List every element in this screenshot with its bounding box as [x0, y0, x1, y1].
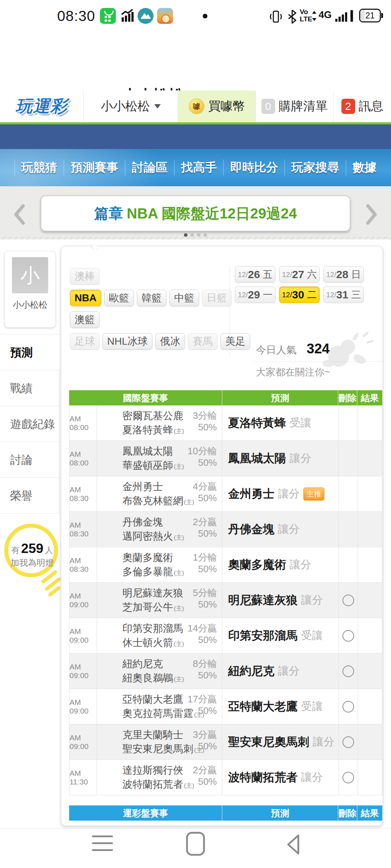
date-button-27[interactable]: 12/27六 — [279, 266, 320, 283]
prediction-cell: 聖安東尼奧馬刺讓分 — [222, 724, 339, 760]
game-odds: 5分輸50% — [193, 587, 217, 610]
delete-button[interactable] — [342, 772, 354, 783]
host-suffix: (主) — [174, 463, 184, 470]
sidebar-item-1[interactable]: 戰績 — [0, 370, 59, 406]
android-back-button[interactable] — [285, 833, 302, 856]
game-time: AM 08:30 — [70, 512, 97, 547]
game-row-8: AM 09:00亞特蘭大老鷹奧克拉荷馬雷霆(主)17分贏50%亞特蘭大老鷹受讓 — [70, 689, 382, 724]
lamp-widget[interactable]: 有259人 加我為明燈 — [2, 524, 66, 603]
pick-type: 讓分 — [313, 735, 335, 749]
result-cell — [358, 689, 382, 724]
delete-cell — [339, 441, 358, 476]
nav-item-6[interactable]: 數據 — [346, 159, 383, 176]
pick-type: 受讓 — [290, 416, 311, 430]
game-row-9: AM 09:00克里夫蘭騎士聖安東尼奧馬刺(主)3分贏50%聖安東尼奧馬刺讓分 — [70, 724, 382, 760]
message-count-badge: 2 — [341, 99, 355, 114]
delete-button[interactable] — [342, 701, 354, 712]
win-rate: 50% — [193, 421, 217, 433]
site-header: 玩運彩 小小松松 噱 買噱幣 0 購牌清單 2 訊息 — [0, 90, 391, 122]
sport-tab-澳籃[interactable]: 澳籃 — [70, 311, 100, 328]
date-weekday: 五 — [263, 268, 273, 281]
nav-item-3[interactable]: 找高手 — [174, 159, 223, 176]
sport-tab-俄冰[interactable]: 俄冰 — [155, 333, 185, 350]
sport-tab-歐籃[interactable]: 歐籃 — [104, 290, 134, 306]
nav-item-1[interactable]: 預測賽事 — [64, 159, 125, 176]
lamp-caption: 加我為明燈 — [2, 557, 62, 569]
lottery-header-delete: 刪除 — [338, 805, 357, 821]
date-day: 27 — [292, 268, 304, 281]
lottery-table-header: 運彩盤賽事 預測 刪除 結果 — [69, 805, 382, 821]
sidebar-item-0[interactable]: 預測 — [0, 335, 59, 370]
sport-tab-韓籃[interactable]: 韓籃 — [137, 290, 167, 306]
nav-item-5[interactable]: 玩家搜尋 — [285, 159, 346, 176]
volte-icon: VoLTE — [300, 8, 312, 23]
cart-button[interactable]: 0 購牌清單 — [256, 90, 333, 122]
nav-item-0[interactable]: 玩競猜 — [14, 159, 64, 176]
date-weekday: 六 — [307, 268, 317, 281]
pick-team: 奧蘭多魔術 — [228, 557, 286, 573]
result-cell — [358, 547, 382, 582]
prediction-cell: 亞特蘭大老鷹受讓 — [222, 689, 339, 724]
site-logo[interactable]: 玩運彩 — [0, 90, 83, 122]
intl-header-result: 結果 — [357, 390, 382, 405]
battery-indicator: 21 — [359, 9, 381, 22]
sport-tab-美足[interactable]: 美足 — [220, 333, 250, 350]
android-menu-button[interactable] — [92, 835, 113, 856]
chart-icon — [119, 8, 135, 24]
date-month: 12/ — [238, 291, 248, 299]
content-panel: 澳棒NBA歐籃韓籃中籃日籃澳籃足球NHL冰球俄冰賽馬美足 12/26五12/27… — [61, 246, 383, 826]
sport-tab-足球[interactable]: 足球 — [70, 333, 100, 350]
nav-item-4[interactable]: 即時比分 — [223, 159, 285, 176]
game-event-cell: 亞特蘭大老鷹奧克拉荷馬雷霆(主)17分贏50% — [97, 689, 222, 724]
banner-link[interactable]: 篇章 NBA 國際盤近12日29過24 — [41, 195, 350, 231]
status-bar: 08:30 VoLTE 4G — [0, 0, 391, 33]
date-button-31[interactable]: 12/31三 — [323, 286, 364, 303]
game-odds: 3分輸50% — [193, 410, 217, 433]
delete-cell — [339, 724, 358, 760]
pick-type: 讓分 — [278, 664, 300, 678]
delete-button[interactable] — [342, 665, 354, 677]
sidebar-item-3[interactable]: 討論 — [0, 442, 59, 478]
win-rate: 50% — [193, 599, 217, 610]
carousel-next-button[interactable] — [364, 204, 379, 225]
delete-button[interactable] — [342, 736, 354, 748]
carousel-dot-2[interactable] — [197, 233, 201, 237]
date-button-28[interactable]: 12/28日 — [323, 266, 364, 283]
date-button-30[interactable]: 12/30二 — [279, 286, 320, 303]
buy-coin-label: 買噱幣 — [208, 98, 245, 115]
banner-title: NBA 國際盤近12日29過24 — [127, 204, 297, 224]
delete-button[interactable] — [342, 595, 354, 606]
date-day: 30 — [292, 289, 304, 301]
pick-type: 讓分 — [278, 522, 300, 537]
user-dropdown[interactable]: 小小松松 — [83, 90, 178, 122]
delete-cell — [339, 476, 358, 511]
sport-tab-澳棒[interactable]: 澳棒 — [70, 268, 100, 285]
sport-tab-中籃[interactable]: 中籃 — [169, 290, 199, 306]
sport-filter-tabs: 澳棒NBA歐籃韓籃中籃日籃澳籃足球NHL冰球俄冰賽馬美足 — [70, 268, 229, 355]
result-cell — [358, 760, 382, 795]
carousel-dot-1[interactable] — [190, 233, 194, 237]
sport-tab-NBA[interactable]: NBA — [70, 290, 101, 306]
sport-tab-日籃[interactable]: 日籃 — [202, 290, 232, 306]
carousel-prev-button[interactable] — [12, 204, 27, 225]
carousel-dot-3[interactable] — [203, 233, 207, 237]
game-row-2: AM 08:30金州勇士布魯克林籃網(主)4分贏50%金州勇士讓分主推 — [70, 476, 382, 512]
sidebar-menu: 預測戰績遊戲紀錄討論榮譽 — [0, 334, 59, 514]
android-home-button[interactable] — [186, 832, 205, 856]
sport-tab-NHL冰球[interactable]: NHL冰球 — [102, 333, 152, 350]
carousel-dot-0[interactable] — [184, 233, 188, 237]
sidebar-item-4[interactable]: 榮譽 — [0, 478, 59, 514]
delete-button[interactable] — [342, 630, 354, 642]
buy-coin-button[interactable]: 噱 買噱幣 — [178, 90, 256, 122]
nav-item-2[interactable]: 討論區 — [125, 159, 174, 176]
network-type-label: 4G — [319, 9, 332, 21]
messages-button[interactable]: 2 訊息 — [333, 90, 391, 122]
game-time: AM 09:00 — [70, 583, 97, 618]
user-profile-card[interactable]: 小 小小松松 — [4, 251, 56, 328]
game-row-1: AM 08:00鳳凰城太陽華盛頓巫師(主)10分輸50%鳳凰城太陽讓分 — [70, 441, 382, 476]
sidebar-item-2[interactable]: 遊戲紀錄 — [0, 406, 59, 442]
sport-tab-賽馬[interactable]: 賽馬 — [188, 333, 218, 350]
date-button-26[interactable]: 12/26五 — [235, 266, 276, 283]
handicap-line: 2分贏 — [193, 516, 217, 528]
date-button-29[interactable]: 12/29一 — [235, 286, 276, 303]
